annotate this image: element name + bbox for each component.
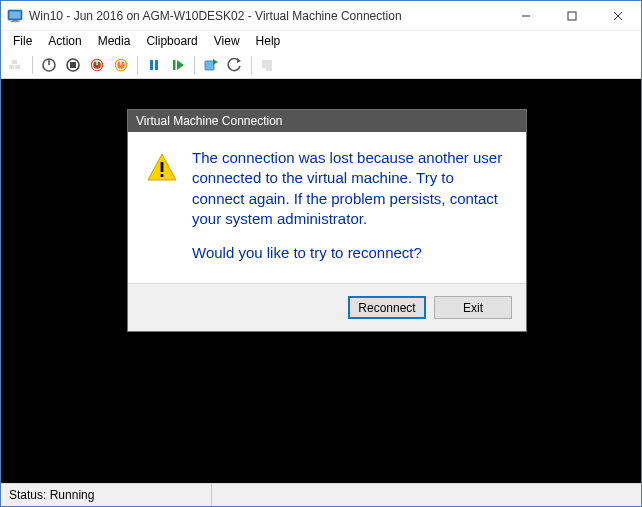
menu-clipboard[interactable]: Clipboard [138, 32, 205, 50]
menu-action[interactable]: Action [40, 32, 89, 50]
save-icon[interactable] [110, 54, 132, 76]
close-button[interactable] [595, 1, 641, 30]
checkpoint-icon[interactable] [200, 54, 222, 76]
reconnect-button[interactable]: Reconnect [348, 296, 426, 319]
toolbar-separator [137, 56, 138, 74]
dialog-message: The connection was lost because another … [192, 148, 508, 229]
menubar: File Action Media Clipboard View Help [1, 31, 641, 51]
svg-marker-27 [237, 58, 241, 63]
start-icon[interactable] [38, 54, 60, 76]
turnoff-icon[interactable] [62, 54, 84, 76]
svg-rect-8 [9, 65, 14, 69]
menu-media[interactable]: Media [90, 32, 139, 50]
status-empty [212, 484, 228, 506]
svg-marker-24 [177, 60, 184, 70]
svg-marker-26 [213, 59, 218, 65]
shutdown-icon[interactable] [86, 54, 108, 76]
svg-rect-21 [150, 60, 153, 70]
svg-rect-1 [10, 11, 21, 18]
toolbar-separator [32, 56, 33, 74]
warning-icon [146, 148, 178, 265]
toolbar [1, 51, 641, 79]
enhanced-session-icon [257, 54, 279, 76]
ctrl-alt-del-icon [5, 54, 27, 76]
reset-icon[interactable] [167, 54, 189, 76]
svg-rect-23 [173, 60, 176, 70]
minimize-button[interactable] [503, 1, 549, 30]
statusbar: Status: Running [1, 483, 641, 506]
dialog-title: Virtual Machine Connection [128, 110, 526, 132]
svg-rect-22 [155, 60, 158, 70]
vm-viewport: Virtual Machine Connection The connectio… [1, 79, 641, 483]
menu-help[interactable]: Help [248, 32, 289, 50]
toolbar-separator [251, 56, 252, 74]
titlebar: Win10 - Jun 2016 on AGM-W10DESK02 - Virt… [1, 1, 641, 31]
toolbar-separator [194, 56, 195, 74]
menu-file[interactable]: File [5, 32, 40, 50]
maximize-button[interactable] [549, 1, 595, 30]
svg-rect-5 [568, 12, 576, 20]
menu-view[interactable]: View [206, 32, 248, 50]
exit-button[interactable]: Exit [434, 296, 512, 319]
dialog-question: Would you like to try to reconnect? [192, 243, 508, 263]
svg-rect-10 [12, 60, 17, 64]
status-label: Status: Running [1, 484, 211, 506]
svg-rect-9 [15, 65, 20, 69]
svg-rect-25 [205, 61, 214, 70]
svg-rect-31 [161, 162, 164, 172]
svg-rect-29 [266, 68, 272, 71]
svg-rect-3 [11, 21, 20, 22]
connection-lost-dialog: Virtual Machine Connection The connectio… [127, 109, 527, 332]
svg-rect-28 [262, 60, 272, 68]
window-title: Win10 - Jun 2016 on AGM-W10DESK02 - Virt… [29, 9, 503, 23]
revert-icon[interactable] [224, 54, 246, 76]
pause-icon[interactable] [143, 54, 165, 76]
svg-rect-14 [70, 62, 76, 68]
svg-rect-32 [161, 174, 164, 177]
app-icon [7, 8, 23, 24]
